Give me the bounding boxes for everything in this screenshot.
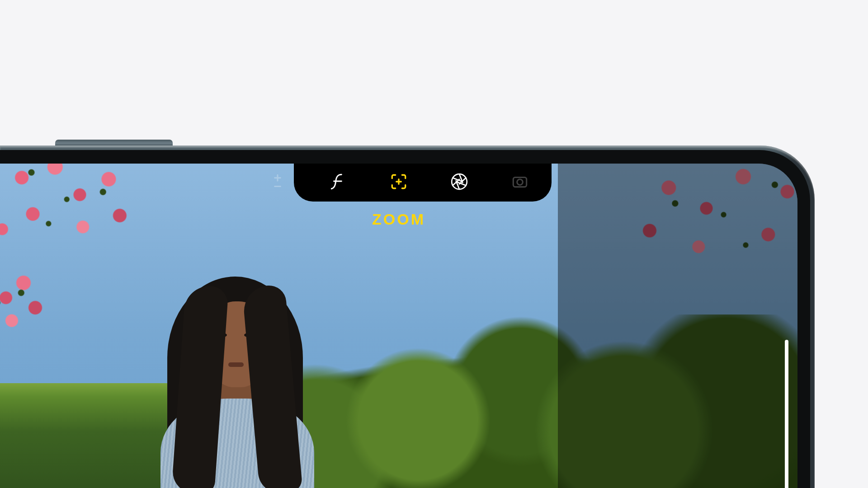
svg-point-0 — [452, 174, 467, 189]
filter-button[interactable] — [448, 171, 471, 194]
camera-switch-icon — [510, 172, 529, 193]
plus-minus-icon — [268, 172, 287, 193]
switch-cam-button[interactable] — [508, 171, 532, 194]
zoom-frame-icon — [389, 172, 408, 193]
aperture-button[interactable] — [326, 171, 350, 194]
exposure-button[interactable] — [266, 171, 289, 194]
phone-chassis: ZOOM — [0, 145, 815, 488]
f-stop-icon — [329, 172, 348, 193]
svg-point-2 — [517, 179, 523, 185]
phone-bezel: ZOOM — [0, 150, 810, 488]
scene-subject — [136, 249, 344, 488]
overlay-mode-label: ZOOM — [0, 211, 797, 228]
aperture-wheel-icon — [450, 172, 469, 193]
exposure-slider[interactable] — [785, 340, 788, 488]
zoom-frame-button[interactable] — [387, 171, 410, 194]
scene-flowers — [0, 263, 59, 362]
camera-screen: ZOOM — [0, 164, 797, 488]
camera-top-controls — [0, 169, 797, 197]
